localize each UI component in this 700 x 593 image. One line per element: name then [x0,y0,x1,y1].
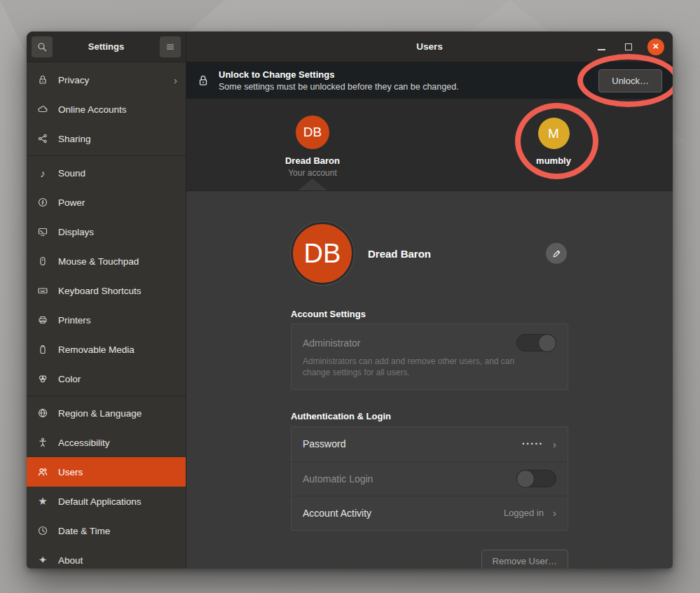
color-icon [37,373,48,384]
sidebar-item-mouse-touchpad[interactable]: Mouse & Touchpad [27,246,186,276]
removable-media-icon [37,344,48,355]
sidebar-item-label: Displays [58,227,94,237]
page-title: Users [416,41,443,52]
sidebar-item-label: About [58,555,83,566]
sidebar-item-label: Online Accounts [58,104,127,115]
sidebar-item-printers[interactable]: Printers [27,305,186,335]
sidebar-item-power[interactable]: Power [27,188,186,217]
sidebar-item-about[interactable]: ✦ About [27,545,186,568]
account-activity-label: Account Activity [303,508,371,519]
sidebar-item-label: Default Applications [58,496,142,507]
sidebar: Settings Privacy › Online Accounts Shari… [27,32,186,568]
sidebar-item-label: Region & Language [58,408,142,419]
accessibility-icon [37,437,48,448]
sidebar-item-default-applications[interactable]: ★ Default Applications [27,487,186,516]
profile-row: DB Dread Baron [291,222,568,285]
minimize-icon [598,49,605,50]
sidebar-item-keyboard-shortcuts[interactable]: Keyboard Shortcuts [27,276,186,305]
pencil-icon [551,249,562,259]
music-note-icon: ♪ [36,167,49,179]
chevron-right-icon: › [174,74,177,86]
account-activity-value: Logged in [504,508,544,518]
sidebar-item-sound[interactable]: ♪ Sound [27,158,186,188]
unlock-banner: Unlock to Change Settings Some settings … [186,62,673,99]
headerbar: Users × [186,32,673,62]
avatar: DB [291,222,354,285]
user-name: mumbly [536,155,571,166]
carousel-user-dread-baron[interactable]: DB Dread Baron Your account [260,116,365,178]
sidebar-item-accessibility[interactable]: Accessibility [27,428,186,457]
sidebar-item-color[interactable]: Color [27,364,186,393]
hamburger-icon [165,41,176,53]
account-settings-box: Administrator Administrators can add and… [291,323,568,390]
user-subtitle: Your account [288,168,337,178]
unlock-banner-title: Unlock to Change Settings [219,69,459,80]
authentication-box: Password ••••• › Automatic Login Acco [291,426,568,531]
sidebar-item-sharing[interactable]: Sharing [27,124,186,153]
maximize-button[interactable] [620,39,637,55]
display-icon [37,226,48,237]
sidebar-item-label: Sharing [58,134,91,144]
sidebar-item-label: Keyboard Shortcuts [58,286,142,296]
user-name: Dread Baron [285,155,340,166]
automatic-login-toggle[interactable] [516,470,556,487]
settings-window: Settings Privacy › Online Accounts Shari… [27,32,673,568]
sidebar-item-label: Sound [58,168,85,179]
sidebar-item-label: Printers [58,315,91,326]
administrator-toggle[interactable] [516,334,556,351]
profile-name: Dread Baron [368,248,431,260]
administrator-description: Administrators can add and remove other … [303,356,534,379]
close-icon: × [653,41,659,51]
sidebar-item-privacy[interactable]: Privacy › [27,65,186,95]
password-label: Password [303,438,345,449]
cloud-icon [37,104,48,115]
unlock-button[interactable]: Unlock… [598,69,662,92]
user-detail-pane: DB Dread Baron Account Settings Administ… [186,191,673,568]
users-icon [37,466,48,477]
clock-icon [37,525,48,536]
search-button[interactable] [32,36,53,57]
automatic-login-label: Automatic Login [303,473,373,484]
password-row[interactable]: Password ••••• › [291,427,568,461]
sidebar-item-label: Mouse & Touchpad [58,256,139,267]
close-button[interactable]: × [647,39,664,55]
administrator-row: Administrator Administrators can add and… [291,324,568,389]
chevron-right-icon: › [553,438,556,450]
avatar: DB [296,116,329,149]
mouse-icon [37,256,48,267]
maximize-icon [625,43,632,50]
carousel-user-mumbly[interactable]: M mumbly [501,118,606,166]
menu-button[interactable] [160,36,181,57]
main-pane: Users × Unlock to Change Settings Some s… [186,32,673,568]
minimize-button[interactable] [593,39,610,55]
avatar: M [538,118,570,149]
padlock-icon [197,74,210,87]
sidebar-list: Privacy › Online Accounts Sharing ♪ Soun… [27,62,186,568]
sidebar-item-label: Privacy [58,75,89,85]
section-heading-authentication-login: Authentication & Login [291,411,568,421]
account-activity-row[interactable]: Account Activity Logged in › [291,496,568,530]
sidebar-item-label: Date & Time [58,526,110,536]
sidebar-item-label: Color [58,374,81,384]
sidebar-item-region-language[interactable]: Region & Language [27,398,186,428]
sidebar-item-users[interactable]: Users [27,457,186,487]
sidebar-item-label: Power [58,197,85,208]
sidebar-item-date-time[interactable]: Date & Time [27,516,186,545]
sidebar-item-displays[interactable]: Displays [27,217,186,246]
sidebar-item-removable-media[interactable]: Removable Media [27,335,186,364]
sidebar-item-online-accounts[interactable]: Online Accounts [27,95,186,124]
edit-name-button[interactable] [546,243,567,264]
sidebar-titlebar: Settings [27,32,186,62]
chevron-right-icon: › [553,507,556,519]
remove-user-button[interactable]: Remove User… [481,550,568,568]
share-icon [37,133,48,144]
sparkle-icon: ✦ [36,554,49,566]
unlock-banner-text: Unlock to Change Settings Some settings … [219,69,459,92]
user-carousel: DB Dread Baron Your account M mumbly [186,99,673,191]
star-icon: ★ [36,495,49,508]
sidebar-separator [27,396,186,396]
search-icon [36,41,48,53]
printer-icon [37,314,48,326]
selected-user-pointer [298,179,327,190]
sidebar-item-label: Users [58,467,83,477]
